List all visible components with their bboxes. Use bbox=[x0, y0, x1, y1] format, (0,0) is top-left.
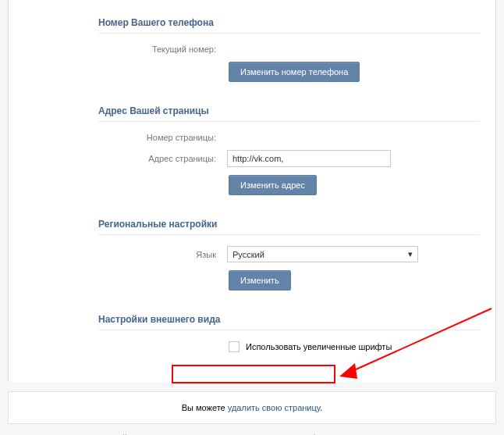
regional-section-title: Региональные настройки bbox=[98, 209, 480, 235]
large-fonts-checkbox[interactable] bbox=[229, 341, 240, 352]
delete-page-link[interactable]: удалить свою страницу bbox=[228, 403, 320, 412]
delete-prefix: Вы можете bbox=[182, 403, 228, 412]
current-phone-row: Текущий номер: bbox=[24, 45, 480, 54]
language-label: Язык bbox=[24, 250, 227, 259]
language-select-value: Русский bbox=[232, 250, 264, 259]
chevron-down-icon: ▾ bbox=[408, 249, 413, 259]
page-address-label: Адрес страницы: bbox=[24, 154, 227, 163]
large-fonts-row: Использовать увеличенные шрифты bbox=[24, 341, 480, 352]
delete-page-box: Вы можете удалить свою страницу. bbox=[8, 391, 496, 424]
phone-section-title: Номер Вашего телефона bbox=[98, 8, 480, 34]
appearance-section: Настройки внешнего вида Использовать уве… bbox=[24, 305, 480, 352]
appearance-section-title: Настройки внешнего вида bbox=[98, 305, 480, 330]
large-fonts-label: Использовать увеличенные шрифты bbox=[246, 342, 392, 351]
page-number-row: Номер страницы: bbox=[24, 133, 480, 142]
settings-content: Номер Вашего телефона Текущий номер: Изм… bbox=[8, 0, 496, 382]
change-language-button[interactable]: Изменить bbox=[229, 270, 291, 291]
delete-suffix: . bbox=[320, 403, 322, 412]
language-select[interactable]: Русский ▾ bbox=[227, 246, 418, 262]
phone-section: Номер Вашего телефона Текущий номер: Изм… bbox=[24, 8, 480, 82]
regional-section: Региональные настройки Язык Русский ▾ Из… bbox=[24, 209, 480, 291]
current-phone-label: Текущий номер: bbox=[24, 45, 227, 54]
change-address-button[interactable]: Изменить адрес bbox=[229, 175, 317, 195]
page-address-row: Адрес страницы: bbox=[24, 150, 480, 167]
change-phone-button[interactable]: Изменить номер телефона bbox=[229, 62, 360, 82]
address-section-title: Адрес Вашей страницы bbox=[98, 96, 480, 122]
footer: о сайте помощь правила реклама разработч… bbox=[0, 424, 504, 435]
address-section: Адрес Вашей страницы Номер страницы: Адр… bbox=[24, 96, 480, 195]
page-number-label: Номер страницы: bbox=[24, 133, 227, 142]
page-address-input[interactable] bbox=[227, 150, 391, 167]
language-row: Язык Русский ▾ bbox=[24, 246, 480, 262]
